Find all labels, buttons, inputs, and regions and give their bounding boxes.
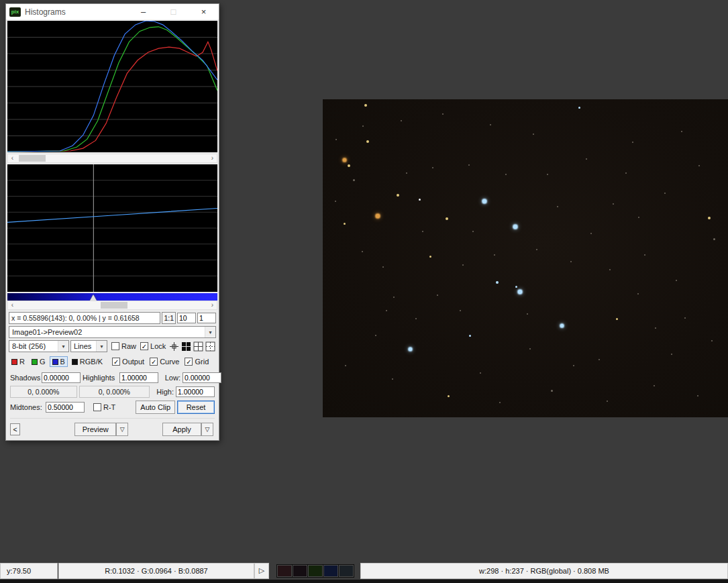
grid-outline-icon[interactable] — [193, 341, 204, 352]
star — [664, 193, 666, 194]
midtones-slider-handle[interactable] — [90, 295, 97, 301]
shadows-clip-readout: 0, 0.000% — [10, 386, 77, 398]
midtones-input[interactable] — [46, 402, 85, 413]
rt-checkbox-item[interactable]: R-T — [93, 403, 115, 411]
star — [382, 266, 384, 268]
star — [505, 174, 507, 175]
output-checkbox-item[interactable]: ✓ Output — [112, 358, 144, 366]
color-swatch[interactable] — [323, 565, 338, 577]
star — [557, 206, 558, 207]
star — [422, 231, 423, 232]
star — [496, 281, 499, 284]
star — [681, 131, 682, 132]
h-zoom-input[interactable] — [177, 313, 196, 323]
star — [406, 172, 407, 174]
transfer-curve-plot[interactable] — [7, 164, 217, 292]
color-swatch-strip — [276, 564, 355, 578]
high-input[interactable] — [176, 386, 215, 397]
star — [638, 217, 639, 218]
color-swatch[interactable] — [293, 565, 307, 577]
histogram-plot[interactable] — [7, 21, 217, 152]
grid-label: Grid — [195, 358, 209, 366]
scroll-left-icon[interactable]: ‹ — [8, 301, 17, 309]
star — [335, 139, 337, 140]
color-swatch[interactable] — [339, 565, 354, 577]
grid-checkbox-item[interactable]: ✓ Grid — [185, 358, 209, 366]
highlights-label: Highlights — [83, 374, 117, 382]
low-input[interactable] — [183, 372, 221, 383]
raw-checkbox-item[interactable]: Raw — [111, 342, 136, 350]
star — [376, 214, 380, 218]
raw-label: Raw — [121, 342, 136, 350]
apply-dropdown-icon[interactable]: ▽ — [201, 423, 213, 436]
star — [560, 324, 564, 327]
high-label: High: — [152, 388, 174, 396]
preview-button[interactable]: Preview — [74, 423, 116, 436]
channel-b-toggle[interactable]: B — [50, 356, 68, 367]
view-selector-dropdown[interactable]: Image01->Preview02 ▾ — [9, 326, 216, 338]
midtones-gradient-slider[interactable] — [7, 293, 217, 301]
lock-checkbox[interactable]: ✓ — [140, 342, 148, 350]
track-cursor-icon[interactable] — [168, 341, 180, 352]
output-checkbox[interactable]: ✓ — [112, 358, 120, 366]
maximize-button[interactable]: □ — [158, 4, 189, 19]
gray-swatch-icon — [72, 359, 78, 365]
star — [335, 201, 336, 202]
scrollbar-thumb[interactable] — [101, 302, 127, 309]
window-titlebar[interactable]: pix Histograms – □ × — [6, 4, 219, 19]
pixel-rgb-readout: R:0.1032 · G:0.0964 · B:0.0887 — [58, 563, 254, 579]
star — [348, 164, 350, 167]
minimize-button[interactable]: – — [128, 4, 158, 19]
shadows-label: Shadows — [10, 374, 40, 382]
collapse-panel-button[interactable]: < — [10, 423, 20, 435]
zoom-fit-button[interactable]: 1:1 — [162, 312, 176, 324]
channel-g-toggle[interactable]: G — [29, 356, 48, 367]
star — [494, 254, 495, 256]
channel-rgbk-label: RGB/K — [80, 358, 103, 366]
resolution-dropdown[interactable]: 8-bit (256) ▾ — [9, 340, 69, 352]
star — [515, 286, 517, 288]
image-preview[interactable] — [323, 99, 728, 417]
star — [437, 295, 438, 296]
channel-rgbk-toggle[interactable]: RGB/K — [69, 356, 105, 367]
star — [460, 310, 461, 311]
star — [578, 107, 580, 109]
scroll-right-icon[interactable]: › — [208, 154, 217, 162]
v-zoom-input[interactable] — [197, 313, 216, 323]
histogram-hscrollbar[interactable]: ‹ › — [7, 154, 217, 163]
auto-clip-button[interactable]: Auto Clip — [136, 401, 175, 414]
color-swatch[interactable] — [308, 565, 323, 577]
star — [536, 249, 537, 250]
pixinsight-logo-icon: pix — [9, 7, 21, 17]
highlights-input[interactable] — [119, 372, 158, 383]
grid-checkbox[interactable]: ✓ — [185, 358, 193, 366]
grid-filled-icon[interactable] — [180, 341, 192, 352]
scrollbar-thumb[interactable] — [19, 155, 46, 162]
green-swatch-icon — [32, 359, 38, 365]
curve-checkbox-item[interactable]: ✓ Curve — [150, 358, 179, 366]
star — [432, 167, 433, 168]
transfer-hscrollbar[interactable]: ‹ › — [7, 301, 217, 310]
low-label: Low: — [160, 374, 180, 382]
close-button[interactable]: × — [189, 4, 219, 19]
preview-dropdown-icon[interactable]: ▽ — [116, 423, 128, 436]
color-swatch[interactable] — [277, 565, 292, 577]
scroll-right-icon[interactable]: › — [208, 301, 217, 309]
apply-button[interactable]: Apply — [162, 423, 201, 436]
raw-checkbox[interactable] — [111, 342, 119, 350]
channel-r-toggle[interactable]: R — [9, 356, 28, 367]
lock-checkbox-item[interactable]: ✓ Lock — [140, 342, 166, 350]
image-info-readout: w:298 · h:237 · RGB(global) · 0.808 MB — [360, 563, 728, 579]
rt-checkbox[interactable] — [93, 403, 101, 411]
expand-arrow-icon[interactable]: ▷ — [254, 563, 269, 579]
star — [609, 269, 611, 270]
plot-style-dropdown[interactable]: Lines ▾ — [70, 340, 107, 352]
star — [518, 290, 522, 294]
star — [401, 120, 402, 121]
shadows-input[interactable] — [42, 372, 81, 383]
reset-button[interactable]: Reset — [177, 401, 215, 414]
scroll-left-icon[interactable]: ‹ — [8, 154, 17, 162]
grid-dashed-icon[interactable] — [205, 341, 216, 352]
histograms-window: pix Histograms – □ × ‹ › ‹ › x = 0.55896… — [5, 3, 219, 441]
curve-checkbox[interactable]: ✓ — [150, 358, 158, 366]
